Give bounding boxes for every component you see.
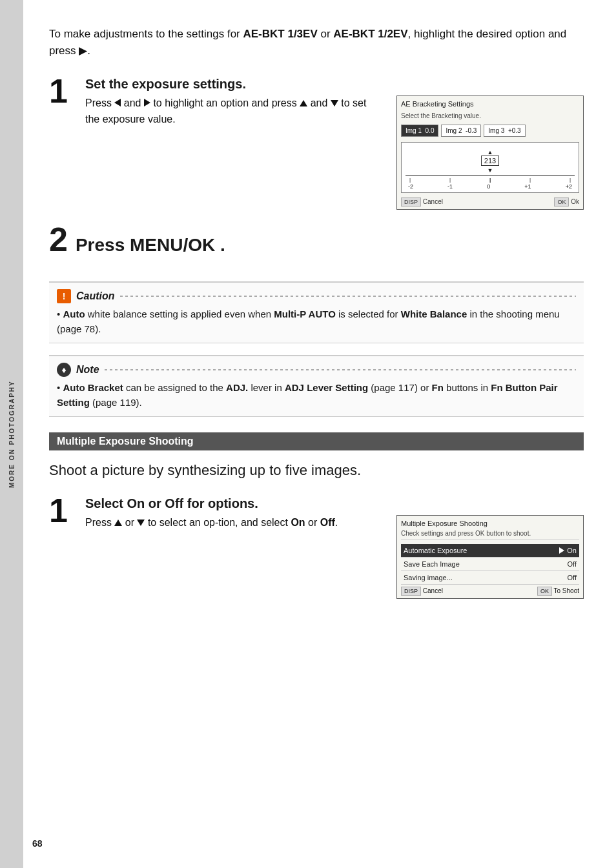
step-3-block: 1 Select On or Off for options. Press or… (49, 496, 584, 599)
me-screen: Multiple Exposure Shooting Check setting… (396, 515, 584, 599)
arrow-right-icon (144, 99, 150, 106)
me-row-saving-image: Saving image... Off (401, 571, 579, 585)
scale-ticks: | | | | | (406, 175, 575, 183)
me-row-save-each: Save Each Image Off (401, 558, 579, 571)
note-wavy-line (105, 369, 576, 370)
me-disp-btn: DISP (401, 587, 421, 596)
img2-cell: Img 2 -0.3 (441, 125, 481, 137)
step-1-text: Press and to highlight an option and pre… (85, 96, 381, 128)
me-screen-title: Multiple Exposure Shooting (401, 520, 579, 527)
note-icon: ♦ (57, 363, 71, 377)
note-box: ♦ Note • Auto Bracket can be assigned to… (49, 355, 584, 417)
step-1-number: 1 (49, 74, 72, 210)
step-1-desc: Press and to highlight an option and pre… (85, 96, 381, 128)
scale-container: ▲ 213 ▼ | | | | | (401, 142, 579, 193)
me-screen-buttons: DISP Cancel OK To Shoot (401, 587, 579, 594)
arrow-down-icon (331, 100, 338, 106)
main-content: To make adjustments to the settings for … (23, 0, 616, 868)
bracketing-row: Img 1 0.0 Img 2 -0.3 Img 3 +0.3 (401, 125, 579, 137)
row-arrow-icon (559, 547, 564, 554)
ae-bracketing-screen: AE Bracketing Settings Select the Bracke… (396, 96, 584, 210)
caution-box: ! Caution • Auto white balance setting i… (49, 281, 584, 343)
caution-header: ! Caution (57, 289, 576, 303)
ok-btn: OK (554, 197, 569, 207)
scale-labels: -2 -1 0 +1 +2 (406, 183, 575, 190)
intro-paragraph: To make adjustments to the settings for … (49, 26, 584, 59)
marker-box: 213 (481, 156, 499, 166)
step-1-content: Set the exposure settings. Press and to … (85, 77, 584, 210)
me-ok-btn: OK (537, 587, 552, 596)
section-header: Multiple Exposure Shooting (49, 432, 584, 450)
scale-marker-area: ▲ 213 ▼ (406, 148, 575, 174)
caution-body: • Auto white balance setting is applied … (57, 307, 576, 336)
me-row-auto-exposure: Automatic Exposure On (401, 544, 579, 558)
ae-screen-buttons: DISP Cancel OK Ok (401, 198, 579, 205)
note-title: Note (76, 364, 99, 376)
up-icon (114, 520, 122, 526)
section-intro: Shoot a picture by synthesizing up to fi… (49, 461, 584, 481)
step-3-desc: Press or to select an op-tion, and selec… (85, 515, 381, 531)
caution-icon: ! (57, 289, 71, 303)
down-icon (137, 520, 145, 526)
step-2-number: 2 (49, 223, 68, 256)
note-body: • Auto Bracket can be assigned to the AD… (57, 381, 576, 410)
step-2-header: 2 Press MENU/OK . (49, 223, 584, 266)
step-2-block: 2 Press MENU/OK . (49, 223, 584, 266)
step-2-title: Press MENU/OK . (76, 235, 225, 256)
step-3-title: Select On or Off for options. (85, 496, 584, 511)
me-screen-subtitle: Check settings and press OK button to sh… (401, 530, 579, 540)
sidebar-label: More on Photography (8, 380, 15, 488)
step-3-text: Press or to select an op-tion, and selec… (85, 515, 381, 531)
ae-screen-title: AE Bracketing Settings (401, 100, 579, 110)
step-1-block: 1 Set the exposure settings. Press and t… (49, 77, 584, 210)
arrow-left-icon (114, 99, 121, 106)
step-1-title: Set the exposure settings. (85, 77, 584, 92)
disp-btn: DISP (401, 197, 421, 207)
page-number: 68 (32, 838, 43, 849)
img3-cell: Img 3 +0.3 (484, 125, 525, 137)
arrow-up-icon (300, 100, 307, 106)
ae-screen-subtitle: Select the Bracketing value. (401, 112, 579, 119)
note-header: ♦ Note (57, 363, 576, 377)
img1-cell: Img 1 0.0 (401, 125, 438, 137)
caution-title: Caution (76, 290, 115, 302)
sidebar: More on Photography (0, 0, 23, 868)
step-3-content: Select On or Off for options. Press or t… (85, 496, 584, 599)
wavy-line (120, 296, 576, 297)
step-3-number: 1 (49, 494, 72, 599)
